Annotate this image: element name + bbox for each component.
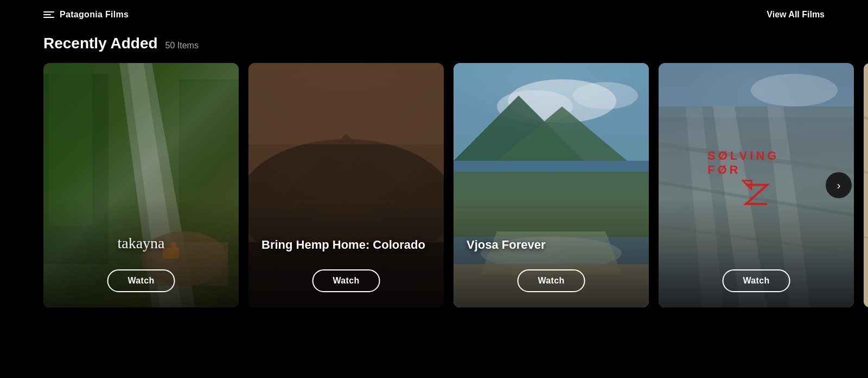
- cards-row: takayna Watch Bring Hemp Home: Colorado …: [43, 63, 825, 307]
- section-title: Recently Added: [43, 35, 158, 52]
- film-title-takayna: takayna: [99, 234, 183, 253]
- film-card-hemp[interactable]: Bring Hemp Home: Colorado Watch: [248, 63, 444, 307]
- chevron-right-icon: ›: [837, 179, 841, 192]
- svg-point-20: [573, 82, 638, 109]
- svg-rect-23: [454, 172, 649, 237]
- svg-point-36: [751, 74, 838, 106]
- logo-text: Patagonia Films: [60, 10, 129, 20]
- next-arrow-button[interactable]: ›: [826, 172, 852, 198]
- solving-logo: SØLVING FØR: [707, 149, 805, 209]
- section-count: 50 Items: [165, 41, 199, 51]
- film-card-vjosa[interactable]: Vjosa Forever Watch: [454, 63, 649, 307]
- cards-wrapper: takayna Watch Bring Hemp Home: Colorado …: [0, 63, 868, 307]
- svg-rect-2: [49, 63, 92, 226]
- view-all-link[interactable]: View All Films: [767, 10, 825, 20]
- film-card-takayna[interactable]: takayna Watch: [43, 63, 239, 307]
- film-title-vjosa: Vjosa Forever: [467, 237, 636, 253]
- logo-area[interactable]: Patagonia Films: [43, 10, 129, 20]
- svg-rect-39: [864, 63, 868, 307]
- solving-text-top: SØLVING FØR: [707, 149, 805, 177]
- svg-rect-14: [248, 63, 444, 144]
- film-card-solving[interactable]: SØLVING FØR Watch: [659, 63, 854, 307]
- film-card-partial[interactable]: [864, 63, 868, 307]
- section-header: Recently Added 50 Items: [0, 29, 868, 63]
- watch-button-solving[interactable]: Watch: [723, 269, 790, 292]
- watch-button-hemp[interactable]: Watch: [312, 269, 380, 292]
- watch-button-vjosa[interactable]: Watch: [518, 269, 585, 292]
- watch-button-takayna[interactable]: Watch: [107, 269, 175, 292]
- menu-icon[interactable]: [43, 11, 54, 18]
- header: Patagonia Films View All Films: [0, 0, 868, 29]
- solving-z-icon: [742, 179, 771, 209]
- film-title-hemp: Bring Hemp Home: Colorado: [261, 237, 431, 253]
